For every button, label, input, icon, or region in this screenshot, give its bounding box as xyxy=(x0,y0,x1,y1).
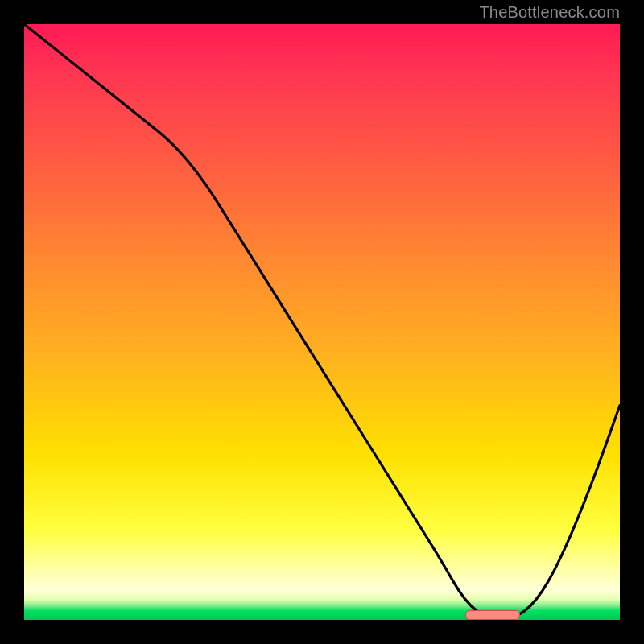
attribution-text: TheBottleneck.com xyxy=(479,3,620,22)
chart-frame: TheBottleneck.com xyxy=(0,0,644,644)
plot-area xyxy=(24,24,620,620)
optimal-range-marker xyxy=(465,610,521,620)
bottleneck-curve xyxy=(24,24,620,620)
